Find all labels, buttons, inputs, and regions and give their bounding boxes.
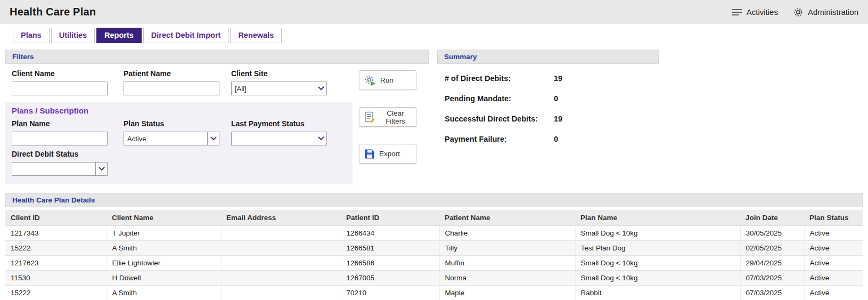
tab-reports[interactable]: Reports xyxy=(96,28,142,43)
table-cell: Tilly xyxy=(439,241,575,256)
table-cell: Maple xyxy=(439,286,575,300)
plan-status-label: Plan Status xyxy=(124,119,231,128)
client-name-input[interactable] xyxy=(12,82,108,95)
table-cell: Active xyxy=(804,256,863,271)
table-cell: 07/03/2025 xyxy=(740,271,804,286)
table-cell: 29/04/2025 xyxy=(740,256,804,271)
clear-filters-icon xyxy=(364,111,375,123)
details-panel: Health Care Plan Details Client IDClient… xyxy=(5,193,863,300)
summary-item: # of Direct Debits:19 xyxy=(438,68,658,88)
summary-item-label: Payment Failure: xyxy=(445,135,554,143)
column-header[interactable]: Join Date xyxy=(740,210,804,226)
table-cell: 02/05/2025 xyxy=(740,241,804,256)
plan-status-select[interactable]: Active xyxy=(124,132,219,145)
column-header[interactable]: Plan Status xyxy=(804,210,863,226)
tab-renewals[interactable]: Renewals xyxy=(230,28,282,43)
last-payment-status-select[interactable] xyxy=(231,132,327,145)
column-header[interactable]: Client Name xyxy=(107,210,221,226)
direct-debit-status-select[interactable] xyxy=(12,162,108,176)
summary-body: # of Direct Debits:19Pending Mandate:0Su… xyxy=(437,64,659,149)
table-cell: 30/05/2025 xyxy=(740,226,804,241)
summary-panel: Summary # of Direct Debits:19Pending Man… xyxy=(437,50,659,149)
export-icon xyxy=(364,148,375,160)
table-cell xyxy=(221,286,341,300)
summary-item-value: 19 xyxy=(554,74,562,83)
plan-name-field: Plan Name xyxy=(12,119,124,145)
table-cell: T Jupiter xyxy=(107,226,221,241)
column-header[interactable]: Plan Name xyxy=(575,210,740,226)
summary-item-value: 0 xyxy=(554,135,558,143)
details-table-body: 1217343T Jupiter1266434CharlieSmall Dog … xyxy=(5,226,863,300)
page-title: Health Care Plan xyxy=(10,6,96,18)
table-row[interactable]: 15222A Smith70210MapleRabbit07/03/2025Ac… xyxy=(5,286,863,300)
main-content: Filters Client Name Patient Name Cl xyxy=(0,43,868,300)
activities-icon xyxy=(732,8,742,17)
plan-status-value: Active xyxy=(124,132,207,145)
last-payment-status-label: Last Payment Status xyxy=(231,119,343,128)
table-cell: Active xyxy=(804,271,863,286)
table-row[interactable]: 1217343T Jupiter1266434CharlieSmall Dog … xyxy=(5,226,863,241)
tab-plans[interactable]: Plans xyxy=(13,28,50,43)
run-button[interactable]: Run xyxy=(359,70,416,90)
last-payment-status-value xyxy=(232,132,315,145)
summary-item-label: Successful Direct Debits: xyxy=(445,115,554,123)
client-site-value: [All] xyxy=(232,82,315,95)
summary-header: Summary xyxy=(437,50,659,64)
table-cell: Ellie Lightowler xyxy=(107,256,221,271)
filters-fields: Client Name Patient Name Client Site [Al… xyxy=(5,64,353,184)
clear-filters-button[interactable]: Clear Filters xyxy=(359,107,416,127)
table-cell: 1217343 xyxy=(5,226,107,241)
activities-button[interactable]: Activities xyxy=(732,7,778,17)
gear-icon xyxy=(793,7,804,18)
table-cell: 1267005 xyxy=(341,271,439,286)
patient-name-input[interactable] xyxy=(124,82,219,95)
table-cell xyxy=(221,271,341,286)
table-cell xyxy=(221,241,341,256)
table-cell: 70210 xyxy=(341,286,439,300)
chevron-down-icon xyxy=(207,132,219,145)
column-header[interactable]: Patient Name xyxy=(439,210,575,226)
clear-filters-label: Clear Filters xyxy=(379,109,412,125)
tab-utilities[interactable]: Utilities xyxy=(51,28,95,43)
table-cell: Small Dog < 10kg xyxy=(575,226,740,241)
details-header: Health Care Plan Details xyxy=(5,193,863,207)
table-cell: Test Plan Dog xyxy=(575,241,740,256)
activities-label: Activities xyxy=(747,7,778,17)
column-header[interactable]: Email Address xyxy=(221,210,341,226)
plan-name-input[interactable] xyxy=(12,132,108,145)
summary-item-label: Pending Mandate: xyxy=(445,94,554,103)
chevron-down-icon xyxy=(315,132,326,145)
table-cell: Small Dog < 10kg xyxy=(575,271,740,286)
column-header[interactable]: Patient ID xyxy=(341,210,439,226)
table-row[interactable]: 15222A Smith1266581TillyTest Plan Dog02/… xyxy=(5,241,863,256)
table-row[interactable]: 11530H Dowell1267005NormaSmall Dog < 10k… xyxy=(5,271,863,286)
run-icon xyxy=(364,74,376,87)
table-cell: Active xyxy=(804,226,863,241)
administration-button[interactable]: Administration xyxy=(793,7,858,18)
table-row[interactable]: 1217623Ellie Lightowler1266586MuffinSmal… xyxy=(5,256,863,271)
client-site-select[interactable]: [All] xyxy=(231,82,327,95)
administration-label: Administration xyxy=(808,7,858,17)
table-cell: H Dowell xyxy=(107,271,221,286)
summary-item: Pending Mandate:0 xyxy=(438,88,658,109)
export-button[interactable]: Export xyxy=(359,144,416,164)
filters-panel: Filters Client Name Patient Name Cl xyxy=(5,50,429,184)
plan-name-label: Plan Name xyxy=(12,119,124,128)
client-name-label: Client Name xyxy=(12,69,124,78)
table-cell: 15222 xyxy=(5,241,107,256)
client-site-field: Client Site [All] xyxy=(231,69,343,95)
table-cell: 1266581 xyxy=(341,241,439,256)
tab-direct-debit-import[interactable]: Direct Debit Import xyxy=(143,28,229,43)
table-cell: Active xyxy=(804,286,863,300)
table-cell: Small Dog < 10kg xyxy=(575,256,740,271)
table-cell: 1266586 xyxy=(341,256,439,271)
table-cell: 11530 xyxy=(5,271,107,286)
direct-debit-status-field: Direct Debit Status xyxy=(12,150,124,176)
column-header[interactable]: Client ID xyxy=(5,210,107,226)
chevron-down-icon xyxy=(315,82,326,95)
table-cell: 07/03/2025 xyxy=(740,286,804,300)
client-name-field: Client Name xyxy=(12,69,124,95)
export-label: Export xyxy=(379,150,400,158)
table-cell: Norma xyxy=(439,271,575,286)
table-cell: 1266434 xyxy=(341,226,439,241)
